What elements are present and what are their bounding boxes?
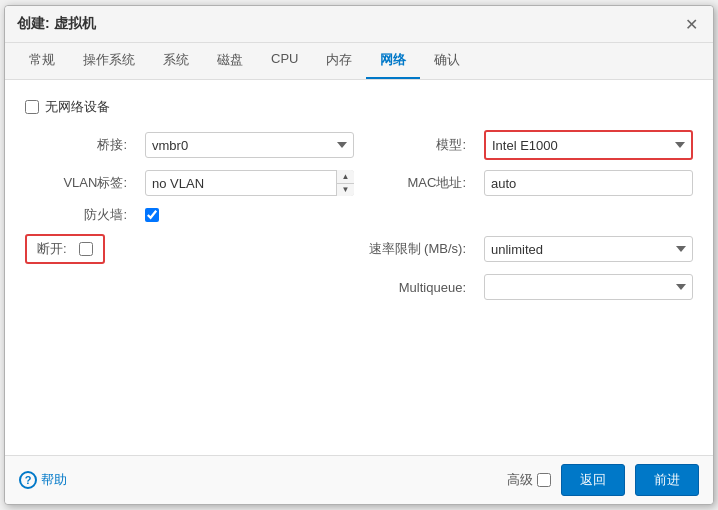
no-network-row: 无网络设备	[25, 98, 693, 116]
vlan-up-arrow[interactable]: ▲	[337, 170, 354, 184]
help-icon: ?	[19, 471, 37, 489]
no-network-text: 无网络设备	[45, 98, 110, 116]
rate-select[interactable]: unlimited	[484, 236, 693, 262]
multiqueue-label: Multiqueue:	[364, 280, 474, 295]
mac-label: MAC地址:	[364, 174, 474, 192]
footer-right: 高级 返回 前进	[507, 464, 699, 496]
tab-system[interactable]: 系统	[149, 43, 203, 79]
title-bar: 创建: 虚拟机 ✕	[5, 6, 713, 43]
tab-confirm[interactable]: 确认	[420, 43, 474, 79]
disconnect-row: 断开:	[25, 234, 105, 264]
mac-input[interactable]	[484, 170, 693, 196]
next-button[interactable]: 前进	[635, 464, 699, 496]
advanced-checkbox[interactable]	[537, 473, 551, 487]
rate-select-wrapper: unlimited	[484, 236, 693, 262]
model-label: 模型:	[364, 136, 474, 154]
mac-input-wrapper	[484, 170, 693, 196]
firewall-checkbox[interactable]	[145, 208, 159, 222]
no-network-label[interactable]: 无网络设备	[25, 98, 110, 116]
help-label: 帮助	[41, 471, 67, 489]
vlan-arrows: ▲ ▼	[336, 170, 354, 196]
vlan-input[interactable]	[145, 170, 354, 196]
tab-os[interactable]: 操作系统	[69, 43, 149, 79]
bridge-label: 桥接:	[25, 136, 135, 154]
rate-label: 速率限制 (MB/s):	[364, 240, 474, 258]
tab-network[interactable]: 网络	[366, 43, 420, 79]
disconnect-section: 断开:	[25, 234, 354, 264]
multiqueue-select-wrapper	[484, 274, 693, 300]
firewall-label: 防火墙:	[25, 206, 135, 224]
tab-general[interactable]: 常规	[15, 43, 69, 79]
help-button[interactable]: ? 帮助	[19, 471, 67, 489]
vlan-down-arrow[interactable]: ▼	[337, 184, 354, 197]
disconnect-checkbox[interactable]	[79, 242, 93, 256]
vlan-spin-wrapper: ▲ ▼	[145, 170, 354, 196]
dialog: 创建: 虚拟机 ✕ 常规 操作系统 系统 磁盘 CPU 内存 网络 确认 无网络…	[4, 5, 714, 505]
footer: ? 帮助 高级 返回 前进	[5, 455, 713, 504]
bridge-select[interactable]: vmbr0	[145, 132, 354, 158]
vlan-label: VLAN标签:	[25, 174, 135, 192]
firewall-row	[145, 208, 354, 222]
tab-disk[interactable]: 磁盘	[203, 43, 257, 79]
disconnect-label: 断开:	[37, 240, 73, 258]
multiqueue-select[interactable]	[484, 274, 693, 300]
advanced-check-label[interactable]: 高级	[507, 471, 551, 489]
form-content: 无网络设备 桥接: vmbr0 模型: Intel E1000 VLAN标签:	[5, 80, 713, 455]
dialog-title: 创建: 虚拟机	[17, 15, 96, 33]
footer-left: ? 帮助	[19, 471, 67, 489]
tab-memory[interactable]: 内存	[312, 43, 366, 79]
model-select-wrapper: Intel E1000	[484, 130, 693, 160]
tab-bar: 常规 操作系统 系统 磁盘 CPU 内存 网络 确认	[5, 43, 713, 80]
no-network-checkbox[interactable]	[25, 100, 39, 114]
back-button[interactable]: 返回	[561, 464, 625, 496]
model-select[interactable]: Intel E1000	[486, 132, 691, 158]
advanced-label: 高级	[507, 471, 533, 489]
bridge-select-wrapper: vmbr0	[145, 132, 354, 158]
tab-cpu[interactable]: CPU	[257, 43, 312, 79]
close-button[interactable]: ✕	[681, 14, 701, 34]
form-grid: 桥接: vmbr0 模型: Intel E1000 VLAN标签: ▲ ▼	[25, 130, 693, 300]
